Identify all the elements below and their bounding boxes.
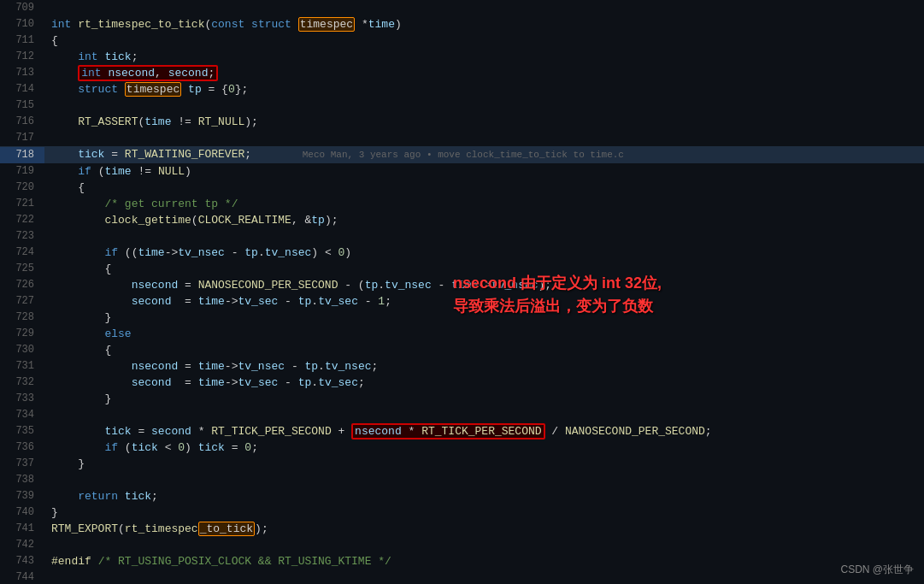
line-number: 722 (0, 212, 44, 228)
line-content: /* get current tp */ (44, 196, 924, 212)
line-number: 712 (0, 49, 44, 65)
code-line: 722 clock_gettime(CLOCK_REALTIME, &tp); (0, 212, 924, 228)
annotation-overlay: nsecond 由于定义为 int 32位, 导致乘法后溢出，变为了负数 (453, 272, 662, 318)
line-number: 715 (0, 97, 44, 114)
line-number: 744 (0, 569, 44, 584)
code-line: 729 else (0, 326, 924, 342)
line-number: 730 (0, 342, 44, 358)
line-content: int tick; (44, 49, 924, 65)
line-content: if (tick < 0) tick = 0; (44, 439, 924, 456)
code-line: 713 int nsecond, second; (0, 65, 924, 81)
annotation-text-line2: 导致乘法后溢出，变为了负数 (453, 295, 662, 318)
line-content: clock_gettime(CLOCK_REALTIME, &tp); (44, 212, 924, 228)
code-line: 712 int tick; (0, 49, 924, 65)
annotation-text-line1: nsecond 由于定义为 int 32位, (453, 272, 662, 295)
line-number: 709 (0, 0, 44, 16)
code-line: 714 struct timespec tp = {0}; (0, 81, 924, 97)
line-content: struct timespec tp = {0}; (44, 81, 924, 97)
line-content: if ((time->tv_nsec - tp.tv_nsec) < 0) (44, 245, 924, 261)
line-number: 728 (0, 310, 44, 326)
line-number: 713 (0, 65, 44, 81)
line-number: 732 (0, 375, 44, 391)
code-line: 721 /* get current tp */ (0, 196, 924, 212)
code-line: 715 (0, 97, 924, 114)
line-number: 729 (0, 326, 44, 342)
code-line: 733 } (0, 391, 924, 407)
code-line: 741 RTM_EXPORT(rt_timespec_to_tick); (0, 521, 924, 537)
code-line: 718 tick = RT_WAITING_FOREVER; Meco Man,… (0, 146, 924, 163)
code-line: 739 return tick; (0, 488, 924, 504)
line-number: 714 (0, 81, 44, 97)
line-content: { (44, 180, 924, 196)
line-content: if (time != NULL) (44, 163, 924, 180)
code-line: 731 nsecond = time->tv_nsec - tp.tv_nsec… (0, 358, 924, 375)
line-number: 726 (0, 277, 44, 293)
line-content: second = time->tv_sec - tp.tv_sec; (44, 375, 924, 391)
line-content: } (44, 456, 924, 472)
line-content: return tick; (44, 488, 924, 504)
line-content: int nsecond, second; (44, 65, 924, 81)
line-number: 741 (0, 521, 44, 537)
line-number: 718 (0, 147, 44, 163)
code-line: 717 (0, 130, 924, 146)
line-content: tick = RT_WAITING_FOREVER; Meco Man, 3 y… (44, 146, 924, 163)
line-number: 737 (0, 456, 44, 472)
code-line: 730 { (0, 342, 924, 358)
code-line: 736 if (tick < 0) tick = 0; (0, 439, 924, 456)
line-content: } (44, 504, 924, 521)
line-content: } (44, 391, 924, 407)
code-line: 740 } (0, 504, 924, 521)
line-number: 731 (0, 358, 44, 375)
line-number: 723 (0, 228, 44, 245)
line-content: nsecond = time->tv_nsec - tp.tv_nsec; (44, 358, 924, 375)
line-number: 742 (0, 537, 44, 553)
line-content: tick = second * RT_TICK_PER_SECOND + nse… (44, 423, 924, 439)
line-number: 738 (0, 472, 44, 488)
line-number: 725 (0, 261, 44, 277)
line-content: { (44, 342, 924, 358)
line-number: 720 (0, 180, 44, 196)
code-line: 735 tick = second * RT_TICK_PER_SECOND +… (0, 423, 924, 439)
line-number: 727 (0, 293, 44, 310)
code-line: 742 (0, 537, 924, 553)
code-line: 723 (0, 228, 924, 245)
code-line: 716 RT_ASSERT(time != RT_NULL); (0, 114, 924, 130)
line-content: RTM_EXPORT(rt_timespec_to_tick); (44, 521, 924, 537)
line-content: else (44, 326, 924, 342)
line-number: 717 (0, 130, 44, 146)
line-number: 719 (0, 163, 44, 180)
code-line: 709 (0, 0, 924, 16)
code-line: 732 second = time->tv_sec - tp.tv_sec; (0, 375, 924, 391)
line-number: 734 (0, 407, 44, 423)
line-number: 733 (0, 391, 44, 407)
code-line: 743 #endif /* RT_USING_POSIX_CLOCK && RT… (0, 553, 924, 569)
code-line: 724 if ((time->tv_nsec - tp.tv_nsec) < 0… (0, 245, 924, 261)
watermark: CSDN @张世争 (840, 563, 914, 577)
code-line: 720 { (0, 180, 924, 196)
code-container: 709 710 int rt_timespec_to_tick(const st… (0, 0, 924, 584)
line-number: 721 (0, 196, 44, 212)
line-content: #endif /* RT_USING_POSIX_CLOCK && RT_USI… (44, 553, 924, 569)
line-number: 743 (0, 553, 44, 569)
code-line: 738 (0, 472, 924, 488)
code-line: 710 int rt_timespec_to_tick(const struct… (0, 16, 924, 32)
line-content: int rt_timespec_to_tick(const struct tim… (44, 16, 924, 32)
line-number: 711 (0, 32, 44, 49)
line-number: 716 (0, 114, 44, 130)
line-number: 735 (0, 423, 44, 439)
line-number: 739 (0, 488, 44, 504)
line-content: RT_ASSERT(time != RT_NULL); (44, 114, 924, 130)
line-number: 736 (0, 439, 44, 456)
line-content: { (44, 32, 924, 49)
code-line: 734 (0, 407, 924, 423)
code-line: 719 if (time != NULL) (0, 163, 924, 180)
line-number: 724 (0, 245, 44, 261)
line-number: 740 (0, 504, 44, 521)
line-number: 710 (0, 16, 44, 32)
code-line: 711 { (0, 32, 924, 49)
code-line: 744 (0, 569, 924, 584)
code-line: 737 } (0, 456, 924, 472)
